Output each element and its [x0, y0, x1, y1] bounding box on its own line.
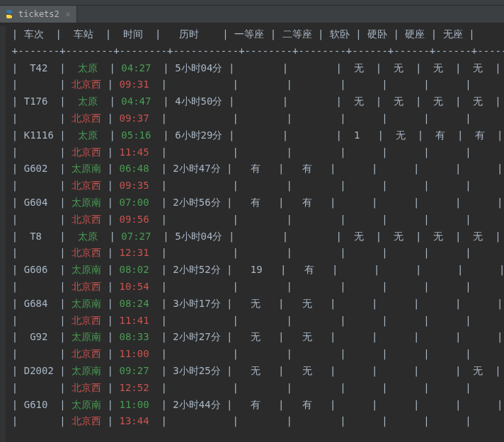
console-line: | | 北京西 | 11:41 | | | | | | | |	[0, 313, 504, 330]
console-line: | K1116 | 太原 | 05:16 | 6小时29分 | | | 1 | …	[0, 127, 504, 144]
console-line: | | 北京西 | 09:56 | | | | | | | |	[0, 211, 504, 228]
console-line: +-------+--------+--------+-----------+-…	[0, 43, 504, 60]
console-line: | | 北京西 | 09:31 | | | | | | | |	[0, 76, 504, 93]
file-tab-tickets2[interactable]: tickets2 ×	[0, 6, 77, 23]
console-line: | | 北京西 | 11:00 | | | | | | | |	[0, 346, 504, 363]
console-line: | T42 | 太原 | 04:27 | 5小时04分 | | | 无 | 无 …	[0, 60, 504, 77]
console-line: | G604 | 太原南 | 07:00 | 2小时56分 | 有 | 有 | …	[0, 194, 504, 211]
console-line: | | 北京西 | 11:45 | | | | | | | |	[0, 144, 504, 161]
close-icon[interactable]: ×	[65, 9, 71, 19]
console-line: | | 北京西 | 13:44 | | | | | | | |	[0, 413, 504, 430]
console-line: | | 北京西 | 12:52 | | | | | | | |	[0, 380, 504, 397]
console-line: | | 北京西 | 09:37 | | | | | | | |	[0, 110, 504, 127]
console-line: | G606 | 太原南 | 08:02 | 2小时52分 | 19 | 有 |…	[0, 262, 504, 279]
file-tab-label: tickets2	[18, 9, 59, 19]
console-line: | G684 | 太原南 | 08:24 | 3小时17分 | 无 | 无 | …	[0, 296, 504, 313]
console-line: | D2002 | 太原南 | 09:27 | 3小时25分 | 无 | 无 |…	[0, 363, 504, 380]
editor-tabbar: tickets2 ×	[0, 6, 504, 23]
console-line: | T176 | 太原 | 04:47 | 4小时50分 | | | 无 | 无…	[0, 93, 504, 110]
run-output-console[interactable]: | 车次 | 车站 | 时间 | 历时 | 一等座 | 二等座 | 软卧 | 硬…	[0, 23, 504, 430]
console-line: | T8 | 太原 | 07:27 | 5小时04分 | | | 无 | 无 |…	[0, 228, 504, 245]
console-line: | G92 | 太原南 | 08:33 | 2小时27分 | 无 | 无 | |…	[0, 329, 504, 346]
console-line: | 车次 | 车站 | 时间 | 历时 | 一等座 | 二等座 | 软卧 | 硬…	[0, 26, 504, 43]
console-line: | | 北京西 | 10:54 | | | | | | | |	[0, 279, 504, 296]
console-line: | | 北京西 | 12:31 | | | | | | | |	[0, 245, 504, 262]
console-line: | G602 | 太原南 | 06:48 | 2小时47分 | 有 | 有 | …	[0, 161, 504, 178]
editor-gutter	[0, 26, 6, 442]
console-line: | | 北京西 | 09:35 | | | | | | | |	[0, 178, 504, 194]
console-line: | G610 | 太原南 | 11:00 | 2小时44分 | 有 | 有 | …	[0, 397, 504, 414]
window-titlebar-fragment	[0, 0, 504, 6]
python-icon	[4, 9, 14, 19]
